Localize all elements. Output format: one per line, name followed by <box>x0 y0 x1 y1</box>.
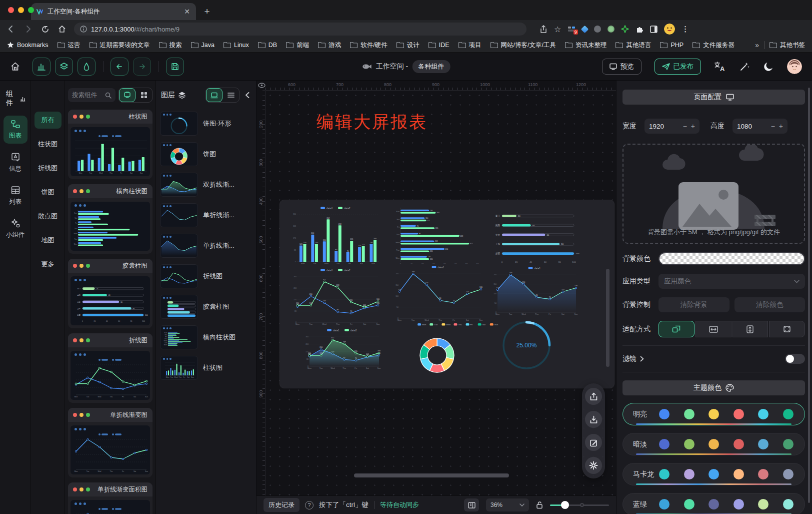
search-input[interactable]: 搜索组件 <box>68 88 116 102</box>
page-config-header[interactable]: 页面配置 <box>622 90 805 105</box>
bookmark-folder[interactable]: 资讯未整理 <box>565 41 607 50</box>
edit-button[interactable] <box>585 434 602 451</box>
theme-row-马卡龙[interactable]: 马卡龙 <box>622 463 805 485</box>
fit-stretch-button[interactable] <box>769 321 805 337</box>
bookmark-star-icon[interactable]: ☆ <box>554 25 561 34</box>
dashboard-chart-line2[interactable]: data1data2088175263350120200150807011013… <box>290 267 382 327</box>
layer-item[interactable]: MonTueWedThuFriSatSun 柱状图 <box>160 356 252 380</box>
layer-item[interactable]: 饼图-环形 <box>160 112 252 136</box>
theme-color-dot[interactable] <box>684 469 694 479</box>
single-view-toggle[interactable] <box>119 88 136 102</box>
theme-color-dot[interactable] <box>734 409 744 419</box>
extension-icon-keyboard[interactable]: 9 <box>568 26 576 33</box>
theme-color-dot[interactable] <box>708 469 719 479</box>
redo-button[interactable] <box>133 58 151 76</box>
theme-color-dot[interactable] <box>758 469 768 479</box>
undo-button[interactable] <box>110 58 128 76</box>
dashboard-chart-capsule[interactable]: 厦门20南阳40北京60上海80新疆100020406080100 <box>490 208 580 266</box>
theme-color-dot[interactable] <box>684 439 694 449</box>
canvas-grid[interactable]: 编辑大屏报表 data1data2088175263350120130Mon20… <box>266 91 616 495</box>
chart-panel-toggle-button[interactable] <box>32 58 50 76</box>
bookmark-folder[interactable]: 近期需要读的文章 <box>90 41 150 50</box>
theme-color-dot[interactable] <box>708 439 719 449</box>
bookmark-folder[interactable]: 软件/硬件 <box>350 41 387 50</box>
theme-color-dot[interactable] <box>734 499 744 509</box>
increment-icon[interactable]: + <box>691 122 695 130</box>
dashboard-chart-ring[interactable]: 25.00% <box>495 316 558 372</box>
theme-color-dot[interactable] <box>708 409 719 419</box>
chevron-right-icon[interactable] <box>640 356 644 362</box>
theme-color-dot[interactable] <box>659 469 670 479</box>
chart-category-item[interactable]: 柱状图 <box>34 136 62 153</box>
sidebar-item-list[interactable]: 列表 <box>4 182 28 210</box>
details-panel-toggle-button[interactable] <box>78 58 96 76</box>
language-switch-icon[interactable]: A <box>714 61 726 72</box>
magic-wand-icon[interactable] <box>739 61 750 72</box>
sidebar-toggle-icon[interactable] <box>650 26 658 33</box>
chart-category-item[interactable]: 饼图 <box>34 184 62 201</box>
dark-mode-moon-icon[interactable] <box>763 61 774 72</box>
decrement-icon[interactable]: − <box>683 122 687 130</box>
background-upload-dropzone[interactable]: 背景图需小于 5M ， 格式为 png/jpg/gif 的文件 <box>622 144 805 244</box>
grid-view-toggle[interactable] <box>136 88 152 102</box>
vertical-scrollbar[interactable] <box>606 269 610 367</box>
layer-item[interactable]: MonTueWedThuFriSatSun 横向柱状图 <box>160 325 252 349</box>
height-input[interactable]: 1080 −+ <box>732 119 788 134</box>
fit-height-button[interactable] <box>732 321 768 337</box>
theme-color-dot[interactable] <box>783 409 794 419</box>
site-info-icon[interactable] <box>80 26 87 33</box>
sidebar-item-info[interactable]: 信息 <box>4 149 28 177</box>
bookmark-folder[interactable]: PHP <box>660 42 684 49</box>
dashboard-chart-bar[interactable]: data1data2088175263350120130Mon200130Tue… <box>290 205 382 266</box>
bookmarks-overflow-icon[interactable]: » <box>755 41 759 49</box>
extension-icon-green-dot[interactable] <box>608 26 614 33</box>
preview-button[interactable]: 预览 <box>602 59 642 75</box>
theme-color-dot[interactable] <box>734 439 744 449</box>
canvas-text-note[interactable]: 编辑大屏报表 <box>316 111 428 134</box>
layout-panel-icon[interactable] <box>464 498 479 511</box>
bookmark-folder[interactable]: 其他语言 <box>616 41 651 50</box>
theme-color-dot[interactable] <box>758 499 768 509</box>
share-icon[interactable] <box>540 25 548 34</box>
theme-color-header[interactable]: 主题颜色 <box>622 380 805 395</box>
app-home-icon[interactable] <box>10 62 20 72</box>
save-button[interactable] <box>166 58 184 76</box>
theme-color-dot[interactable] <box>684 499 694 509</box>
bookmark-folder[interactable]: Java <box>191 42 214 49</box>
zoom-level-select[interactable]: 36% <box>486 498 529 511</box>
bookmark-folder[interactable]: 文件服务器 <box>692 41 734 50</box>
reload-icon[interactable] <box>40 24 50 34</box>
import-button[interactable] <box>585 411 602 428</box>
dashboard-chart-hbar[interactable]: Mon120130Tue200130Wed153312Thu80268Fri70… <box>392 205 485 266</box>
theme-color-dot[interactable] <box>659 409 670 419</box>
home-icon[interactable] <box>57 24 67 34</box>
chart-category-item[interactable]: 所有 <box>34 112 62 129</box>
browser-tab[interactable]: 工作空间-各种组件 ✕ <box>31 3 196 20</box>
clear-background-button[interactable]: 清除背景 <box>658 297 730 312</box>
help-icon[interactable]: ? <box>305 501 314 509</box>
back-icon[interactable] <box>6 24 16 34</box>
browser-menu-icon[interactable]: ⋮ <box>682 25 689 34</box>
collapse-panel-icon[interactable] <box>242 92 252 99</box>
extensions-puzzle-icon[interactable] <box>636 25 644 33</box>
eye-icon[interactable] <box>258 82 266 89</box>
component-card[interactable]: 胶囊柱图 厦门20南阳40北京60上海80新疆100020406080100 <box>68 259 152 328</box>
layer-item[interactable]: 单折线渐... <box>160 203 252 227</box>
bookmark-folder[interactable]: 前端 <box>286 41 309 50</box>
slider-knob[interactable] <box>561 501 569 509</box>
chart-category-item[interactable]: 散点图 <box>34 208 62 225</box>
user-avatar[interactable] <box>787 59 802 74</box>
theme-color-dot[interactable] <box>708 499 719 509</box>
theme-color-dot[interactable] <box>758 409 768 419</box>
history-button[interactable]: 历史记录 <box>264 498 300 512</box>
theme-row-暗淡[interactable]: 暗淡 <box>622 433 805 455</box>
project-name-badge[interactable]: 各种组件 <box>412 60 450 73</box>
tab-close-icon[interactable]: ✕ <box>183 8 191 16</box>
theme-color-dot[interactable] <box>783 439 794 449</box>
width-input[interactable]: 1920 −+ <box>644 119 700 134</box>
bookmark-folder[interactable]: 搜索 <box>159 41 182 50</box>
bg-color-swatch[interactable] <box>658 252 805 265</box>
theme-color-dot[interactable] <box>659 439 670 449</box>
export-button[interactable] <box>585 388 602 405</box>
bookmark-folder[interactable]: DB <box>258 42 277 49</box>
